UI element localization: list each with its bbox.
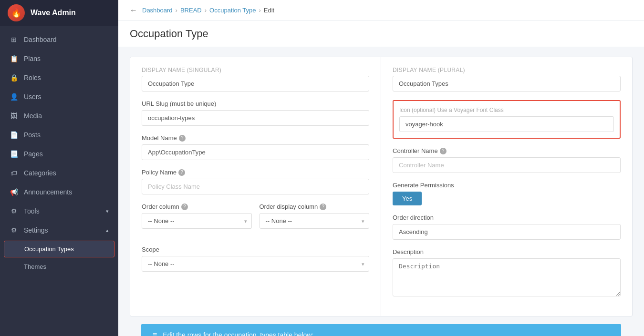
sidebar-item-settings[interactable]: ⚙ Settings ▴ <box>0 221 118 240</box>
order-display-column-help-icon[interactable]: ? <box>320 204 326 210</box>
order-display-column-select-wrapper: -- None -- ▾ <box>260 213 370 229</box>
plans-icon: 📋 <box>10 55 18 62</box>
occupation-types-label: Occupation Types <box>24 245 74 253</box>
display-name-singular-label: Display Name (singular) <box>142 67 369 73</box>
generate-permissions-button[interactable]: Yes <box>393 192 422 205</box>
logo-icon: 🔥 <box>11 8 21 18</box>
posts-icon: 📄 <box>10 131 18 139</box>
model-name-group: Model Name ? <box>142 134 369 160</box>
order-column-select-wrapper: -- None -- ▾ <box>142 213 252 229</box>
generate-permissions-label: Generate Permissions <box>393 182 621 189</box>
pages-icon: 📃 <box>10 150 18 158</box>
sidebar-item-label: Posts <box>24 131 41 139</box>
app-logo: 🔥 <box>8 4 25 21</box>
breadcrumb-bread[interactable]: BREAD <box>180 7 202 14</box>
url-slug-input[interactable] <box>142 110 369 126</box>
tools-chevron-icon: ▾ <box>106 208 109 214</box>
order-display-column-select[interactable]: -- None -- <box>260 213 370 229</box>
sidebar-item-tools[interactable]: ⚙ Tools ▾ <box>0 202 118 221</box>
order-column-label: Order column ? <box>142 203 252 210</box>
sidebar-item-users[interactable]: 👤 Users <box>0 87 118 106</box>
sidebar-item-label: Roles <box>24 74 41 81</box>
sidebar-item-label: Dashboard <box>24 36 57 43</box>
sidebar-item-label: Media <box>24 112 42 120</box>
sidebar-item-label: Plans <box>24 55 41 62</box>
scope-group: Scope -- None -- ▾ <box>142 246 369 272</box>
controller-name-input[interactable] <box>393 157 621 173</box>
sidebar-item-announcements[interactable]: 📢 Announcements <box>0 183 118 202</box>
controller-name-label: Controller Name ? <box>393 147 621 154</box>
description-label: Description <box>393 248 621 255</box>
breadcrumb-sep-1: › <box>176 7 177 14</box>
breadcrumb-dashboard[interactable]: Dashboard <box>142 7 173 14</box>
display-name-singular-input[interactable] <box>142 76 369 92</box>
bottom-bar-text: Edit the rows for the occupation_types t… <box>163 331 313 336</box>
order-columns-row: Order column ? -- None -- ▾ Order disp <box>142 203 369 237</box>
sidebar-item-themes[interactable]: Themes <box>0 258 118 275</box>
sidebar-header: 🔥 Wave Admin <box>0 0 118 26</box>
controller-name-help-icon[interactable]: ? <box>440 148 447 154</box>
description-group: Description <box>393 248 621 298</box>
form-left-col: Display Name (singular) URL Slug (must b… <box>130 57 381 316</box>
sidebar-item-pages[interactable]: 📃 Pages <box>0 144 118 163</box>
order-direction-group: Order direction <box>393 214 621 240</box>
breadcrumb-edit: Edit <box>264 7 274 14</box>
sidebar-item-occupation-types[interactable]: Occupation Types <box>4 241 114 257</box>
model-name-input[interactable] <box>142 144 369 160</box>
icon-label: Icon (optional) Use a Voyager Font Class <box>399 107 614 113</box>
form-area: Display Name (singular) URL Slug (must b… <box>118 47 644 336</box>
breadcrumb-sep-2: › <box>205 7 207 14</box>
order-direction-input[interactable] <box>393 224 621 240</box>
scope-select-wrapper: -- None -- ▾ <box>142 256 369 272</box>
display-name-plural-label: Display Name (plural) <box>393 67 621 73</box>
sidebar-item-roles[interactable]: 🔒 Roles <box>0 68 118 87</box>
categories-icon: 🏷 <box>10 169 18 177</box>
generate-permissions-group: Generate Permissions Yes <box>393 182 621 205</box>
display-name-plural-group: Display Name (plural) <box>393 67 621 92</box>
policy-name-input[interactable] <box>142 179 369 194</box>
policy-name-help-icon[interactable]: ? <box>178 169 185 176</box>
settings-chevron-icon: ▴ <box>106 227 109 234</box>
sidebar-item-label: Pages <box>24 150 43 158</box>
tools-icon: ⚙ <box>10 207 18 215</box>
form-right-col: Display Name (plural) Icon (optional) Us… <box>381 57 632 316</box>
order-column-select[interactable]: -- None -- <box>142 213 252 229</box>
app-title: Wave Admin <box>31 9 76 17</box>
display-name-singular-group: Display Name (singular) <box>142 67 369 92</box>
icon-field-group: Icon (optional) Use a Voyager Font Class <box>393 100 621 139</box>
order-column-help-icon[interactable]: ? <box>181 204 188 210</box>
sidebar-item-dashboard[interactable]: ⊞ Dashboard <box>0 30 118 49</box>
description-textarea[interactable] <box>393 258 621 296</box>
breadcrumb-occupation-type[interactable]: Occupation Type <box>209 7 256 14</box>
media-icon: 🖼 <box>10 112 18 120</box>
scope-select[interactable]: -- None -- <box>142 256 369 272</box>
main-content: ← Dashboard › BREAD › Occupation Type › … <box>118 0 644 336</box>
model-name-label: Model Name ? <box>142 134 369 142</box>
policy-name-group: Policy Name ? <box>142 169 369 194</box>
display-name-plural-input[interactable] <box>393 76 621 92</box>
policy-name-label: Policy Name ? <box>142 169 369 176</box>
sidebar-item-label: Users <box>24 93 42 101</box>
sidebar-item-plans[interactable]: 📋 Plans <box>0 49 118 68</box>
dashboard-icon: ⊞ <box>10 36 18 43</box>
sidebar-item-label: Announcements <box>24 188 72 196</box>
bottom-bar: ≡ Edit the rows for the occupation_types… <box>141 324 621 336</box>
breadcrumb: ← Dashboard › BREAD › Occupation Type › … <box>118 0 644 21</box>
icon-input[interactable] <box>399 116 614 132</box>
sidebar-item-media[interactable]: 🖼 Media <box>0 106 118 125</box>
controller-name-group: Controller Name ? <box>393 147 621 173</box>
back-button[interactable]: ← <box>130 6 137 15</box>
url-slug-label: URL Slug (must be unique) <box>142 100 369 107</box>
breadcrumb-sep-3: › <box>259 7 260 14</box>
announcements-icon: 📢 <box>10 188 18 196</box>
sidebar-item-posts[interactable]: 📄 Posts <box>0 125 118 144</box>
sidebar-item-categories[interactable]: 🏷 Categories <box>0 163 118 183</box>
sidebar: 🔥 Wave Admin ⊞ Dashboard 📋 Plans 🔒 Roles… <box>0 0 118 336</box>
url-slug-group: URL Slug (must be unique) <box>142 100 369 126</box>
settings-icon: ⚙ <box>10 226 18 234</box>
form-grid: Display Name (singular) URL Slug (must b… <box>130 57 633 316</box>
page-header: Occupation Type <box>118 21 644 47</box>
themes-label: Themes <box>24 263 46 270</box>
model-name-help-icon[interactable]: ? <box>179 135 186 142</box>
sidebar-nav: ⊞ Dashboard 📋 Plans 🔒 Roles 👤 Users 🖼 Me… <box>0 26 118 336</box>
